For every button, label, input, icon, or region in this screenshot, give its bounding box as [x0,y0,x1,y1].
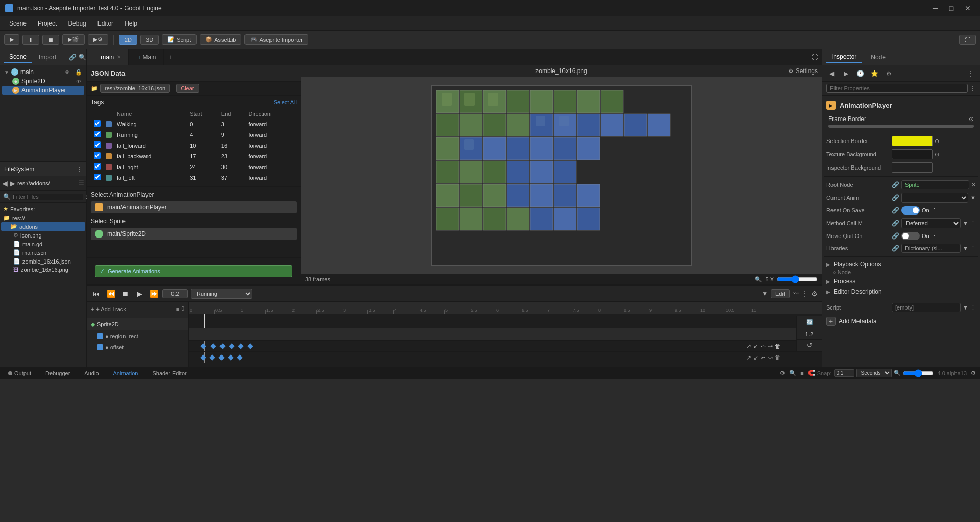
keyframe-2[interactable] [219,343,225,349]
scene-link-button[interactable]: 🔗 [69,54,77,61]
frame-border-options[interactable]: ⊙ [969,115,974,123]
script-button[interactable]: 📝 Script [162,34,197,45]
fs-item-maingd[interactable]: 📄 main.gd [1,240,85,248]
keyframe-5[interactable] [247,343,253,349]
tag-check-fr[interactable] [94,163,101,170]
tab-main-scene[interactable]: □ Main [129,49,163,65]
movie-more[interactable]: ⋮ [932,233,937,240]
fs-item-addons[interactable]: 📂 addons [1,222,85,231]
tag-check-fl[interactable] [94,174,101,180]
lane-action-2[interactable]: ↙ [753,343,758,350]
editor-description-section[interactable]: ▶ Editor Description [824,287,978,297]
stop-button[interactable]: ⏹ [42,35,59,45]
play-custom-button[interactable]: ▶⚙ [88,34,108,45]
offset-keyframe-0[interactable] [200,354,206,360]
libraries-more[interactable]: ⋮ [970,245,976,252]
playback-options-section[interactable]: ▶ Playback Options [824,259,978,269]
select-all-button[interactable]: Select All [274,99,297,105]
fs-more-button[interactable]: ⋮ [76,165,82,173]
offset-delete[interactable]: 🗑 [775,354,781,361]
selection-border-options[interactable]: ⊙ [935,138,939,145]
add-metadata-button[interactable]: + [826,317,836,326]
timeline-time-input[interactable]: 0.2 [162,289,188,298]
track-offset-check[interactable] [97,344,103,350]
inspector-settings-icon[interactable]: ⚙ [883,67,895,80]
fs-filter-input[interactable] [13,194,83,200]
menu-debug[interactable]: Debug [63,18,91,29]
animation-select[interactable]: Running Walking fall_forward fall_backwa… [191,289,252,299]
visibility-main[interactable]: 👁 [64,68,71,76]
fs-layout-button[interactable]: ☰ [79,180,84,187]
play-button[interactable]: ▶ [4,34,19,45]
bottom-tab-animation[interactable]: Animation [109,369,142,377]
seconds-select[interactable]: Seconds Frames [856,369,892,377]
scene-filter-button[interactable]: 🔍 [79,54,86,61]
bottom-tab-output[interactable]: Output [4,369,35,377]
keyframe-0[interactable] [200,343,206,349]
tab-node[interactable]: Node [866,52,891,63]
selection-border-color[interactable] [892,136,933,146]
offset-keyframe-1[interactable] [209,354,215,360]
scene-add-button[interactable]: + [63,54,67,61]
script-more[interactable]: ⋮ [970,304,976,311]
reset-toggle[interactable] [901,206,920,215]
pause-button[interactable]: ⏸ [22,35,39,45]
libraries-expand[interactable]: ▼ [963,245,968,251]
close-button[interactable]: ✕ [961,1,975,15]
current-anim-dropdown[interactable]: ▼ [970,195,976,201]
track-region-check[interactable] [97,333,103,339]
assetlib-button[interactable]: 📦 AssetLib [200,34,241,45]
lock-main[interactable]: 🔒 [75,69,82,76]
tab-scene[interactable]: Scene [4,51,32,63]
root-node-input[interactable]: Sprite [901,180,969,189]
bottom-tool-3[interactable]: ≡ [800,370,803,376]
fs-back-button[interactable]: ◀ [2,179,8,187]
root-node-clear[interactable]: ✕ [971,182,976,188]
fs-item-res[interactable]: 📁 res:// [1,213,85,222]
timeline-rewind-button[interactable]: ⏮ [91,288,102,299]
timeline-stop-button[interactable]: ⏹ [119,288,131,299]
tab-inspector[interactable]: Inspector [826,51,862,63]
offset-action-4[interactable]: ⤻ [768,354,773,361]
tab-add-button[interactable]: + [164,54,178,61]
bottom-tool-2[interactable]: 🔍 [789,370,796,376]
inspector-bg-color[interactable] [892,162,933,173]
menu-scene[interactable]: Scene [4,18,32,29]
2d-button[interactable]: 2D [119,35,137,45]
texture-bg-color[interactable] [892,149,933,159]
texture-bg-options[interactable]: ⊙ [935,151,939,158]
texture-settings-button[interactable]: ⚙ Settings [788,67,818,75]
script-expand[interactable]: ▼ [963,304,968,311]
tag-check-running[interactable] [94,131,101,137]
zoom-in-icon[interactable]: 🔍 [894,370,901,376]
timeline-play-button[interactable]: ▶ [134,288,145,299]
3d-button[interactable]: 3D [140,35,159,45]
menu-editor[interactable]: Editor [92,18,118,29]
history-forward-icon[interactable]: ▶ [840,67,852,80]
fs-item-maintscn[interactable]: 📄 main.tscn [1,248,85,257]
offset-keyframe-2[interactable] [218,354,224,360]
menu-help[interactable]: Help [119,18,142,29]
current-anim-link[interactable]: 🔗 [892,194,899,201]
animplayer-selector[interactable]: main/AnimationPlayer [91,201,297,213]
offset-keyframe-3[interactable] [228,354,233,360]
tab-import[interactable]: Import [34,52,61,63]
inspector-filter-input[interactable] [826,84,968,93]
tag-check-walking[interactable] [94,120,101,127]
visibility-sprite[interactable]: 👁 [75,78,82,85]
offset-action-1[interactable]: ↗ [746,354,751,361]
sprite-selector[interactable]: main/Sprite2D [91,228,297,240]
aseprite-button[interactable]: 🎮 Aseprite Importer [244,34,308,45]
fullscreen-button[interactable]: ⛶ [959,35,976,45]
bottom-tab-debugger[interactable]: Debugger [41,369,74,377]
minimize-button[interactable]: ─ [928,1,942,15]
offset-action-2[interactable]: ↙ [753,354,758,361]
keyframe-3[interactable] [229,343,234,349]
anim-options-button[interactable]: ▼ [762,290,768,297]
lane-action-3[interactable]: ⤺ [761,343,766,350]
snap-input[interactable] [834,369,854,377]
offset-action-3[interactable]: ⤺ [761,354,766,361]
zoom-slider[interactable] [777,275,818,283]
fs-forward-button[interactable]: ▶ [10,179,15,187]
keyframe-1[interactable] [210,343,216,349]
